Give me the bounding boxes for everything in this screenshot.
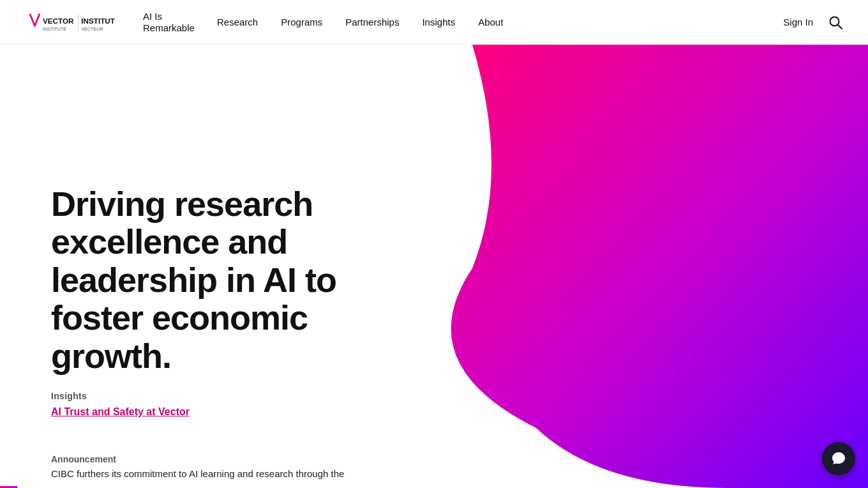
svg-text:INSTITUTE: INSTITUTE (43, 26, 66, 31)
nav-item-partnerships[interactable]: Partnerships (345, 17, 399, 27)
nav-item-programs[interactable]: Programs (281, 17, 322, 27)
nav-item-ai-is-remarkable[interactable]: AI Is Remarkable (143, 11, 194, 34)
hero-headline: Driving research excellence and leadersh… (51, 185, 434, 375)
nav-item-insights[interactable]: Insights (422, 17, 455, 27)
insights-link[interactable]: AI Trust and Safety at Vector (51, 406, 190, 417)
svg-text:INSTITUT: INSTITUT (81, 16, 115, 24)
hero-section: Driving research excellence and leadersh… (0, 45, 868, 488)
sign-in-button[interactable]: Sign In (783, 17, 813, 27)
nav-item-research[interactable]: Research (217, 17, 258, 27)
main-nav: VECTOR INSTITUTE INSTITUT VECTEUR AI Is … (0, 0, 868, 45)
nav-right: Sign In (783, 15, 842, 29)
announcement-text: CIBC furthers its commitment to AI learn… (51, 468, 344, 479)
hero-content: Driving research excellence and leadersh… (51, 185, 434, 375)
announcement-label: Announcement (51, 454, 344, 464)
insights-section: Insights AI Trust and Safety at Vector (51, 391, 190, 418)
insights-label: Insights (51, 391, 190, 401)
search-button[interactable] (828, 15, 842, 29)
svg-text:VECTEUR: VECTEUR (81, 26, 103, 31)
svg-line-6 (838, 25, 842, 29)
logo[interactable]: VECTOR INSTITUTE INSTITUT VECTEUR (26, 11, 117, 34)
chat-button[interactable] (822, 442, 855, 475)
svg-text:VECTOR: VECTOR (43, 16, 74, 24)
announcement-section: Announcement CIBC furthers its commitmen… (51, 454, 344, 479)
nav-links: AI Is Remarkable Research Programs Partn… (143, 11, 783, 34)
nav-item-about[interactable]: About (478, 17, 503, 27)
